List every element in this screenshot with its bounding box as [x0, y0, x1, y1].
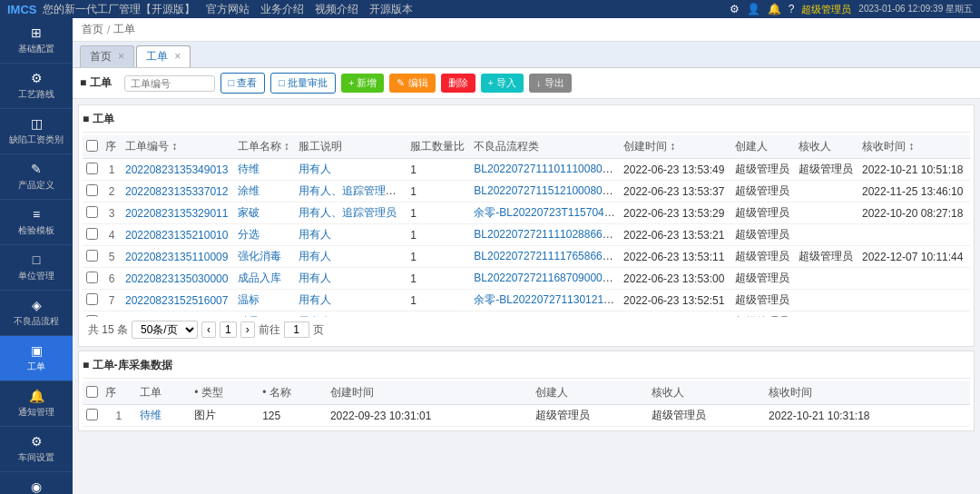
nav-intro[interactable]: 业务介绍: [260, 2, 304, 17]
library-table-scroll[interactable]: 序 工单 • 类型 • 名称 创建时间 创建人 核收人 核收时间: [83, 381, 970, 427]
row-checkbox[interactable]: [83, 224, 102, 246]
tab-workorder[interactable]: 工单 ×: [136, 45, 191, 67]
row-id[interactable]: 20220823135110009: [122, 246, 234, 268]
settings-icon[interactable]: ⚙: [730, 3, 740, 15]
col-created[interactable]: 创建时间 ↕: [620, 135, 731, 159]
list-item[interactable]: 1 待维 图片 125 2022-09-23 10:31:01 超级管理员 超级…: [83, 405, 970, 427]
row-checkbox[interactable]: [83, 268, 102, 290]
next-page-button[interactable]: ›: [240, 321, 255, 338]
sidebar-item-product-def[interactable]: ✎ 产品定义: [0, 154, 73, 200]
batch-approve-button[interactable]: □ 批量审批: [270, 73, 336, 94]
lib-col-checkbox[interactable]: [83, 381, 102, 405]
table-row[interactable]: 4 20220823135210010 分选 用有人 1 BL202207272…: [83, 224, 970, 246]
search-input[interactable]: [124, 75, 215, 92]
col-flow[interactable]: 不良品流程类: [470, 135, 620, 159]
export-button[interactable]: ↓ 导出: [529, 74, 572, 93]
help-icon[interactable]: ?: [789, 3, 795, 15]
row-flow[interactable]: BL20220727115121000804 | 零: [470, 181, 620, 203]
breadcrumb-sep: /: [107, 24, 110, 36]
col-name[interactable]: 工单名称 ↕: [234, 135, 295, 159]
edit-button[interactable]: ✎ 编辑: [389, 74, 435, 93]
row-name[interactable]: 强化消毒: [234, 246, 295, 268]
row-name[interactable]: 分选: [234, 224, 295, 246]
breadcrumb-home[interactable]: 首页: [82, 22, 103, 37]
bell-icon[interactable]: 🔔: [768, 3, 781, 15]
col-qty[interactable]: 服工数量比: [407, 135, 470, 159]
table-row[interactable]: 6 20220823135030000 成品入库 用有人 1 BL2022072…: [83, 268, 970, 290]
sidebar-item-inspection[interactable]: ≡ 检验模板: [0, 200, 73, 245]
lib-row-checkbox[interactable]: [83, 405, 102, 427]
sidebar-label-workorder: 工单: [27, 361, 45, 371]
import-button[interactable]: + 导入: [481, 74, 524, 93]
row-flow[interactable]: BL20220727211117658666 | 读购1: [470, 246, 620, 268]
row-id[interactable]: 20220823135210010: [122, 224, 234, 246]
row-id[interactable]: 20220823135337012: [122, 181, 234, 203]
lib-row-order[interactable]: 待维: [136, 405, 191, 427]
table-row[interactable]: 7 20220823152516007 温标 用有人 1 余零-BL202207…: [83, 290, 970, 311]
table-row[interactable]: 3 20220823135329011 家破 用有人、追踪管理员 1 余零-BL…: [83, 203, 970, 224]
sidebar-item-workorder[interactable]: ▣ 工单: [0, 336, 73, 381]
lib-select-all[interactable]: [86, 386, 98, 398]
col-id[interactable]: 工单编号 ↕: [122, 135, 234, 159]
row-name[interactable]: 温标: [234, 290, 295, 311]
row-checkbox[interactable]: [83, 159, 102, 181]
row-checkbox[interactable]: [83, 181, 102, 203]
sidebar-item-unit-mgmt[interactable]: □ 单位管理: [0, 245, 73, 291]
tab-home-close[interactable]: ×: [118, 50, 124, 63]
sidebar-item-defect-flow[interactable]: ◈ 不良品流程: [0, 291, 73, 336]
tab-home[interactable]: 首页 ×: [80, 45, 134, 67]
nav-video[interactable]: 视频介绍: [315, 2, 358, 17]
row-flow[interactable]: 2020200781472430001 | 气压不良: [470, 311, 620, 318]
row-name[interactable]: 家破: [234, 203, 295, 224]
add-button[interactable]: + 新增: [341, 74, 384, 93]
user-icon[interactable]: 👤: [747, 3, 760, 15]
topbar-right: ⚙ 👤 🔔 ? 超级管理员 2023-01-06 12:09:39 星期五: [730, 3, 973, 16]
per-page-select[interactable]: 50条/页: [132, 321, 198, 339]
row-name[interactable]: 待维: [234, 159, 295, 181]
prev-page-button[interactable]: ‹: [201, 321, 216, 338]
sidebar-item-process-route[interactable]: ⚙ 工艺路线: [0, 64, 73, 109]
row-checkbox[interactable]: [83, 203, 102, 224]
row-id[interactable]: 20220823152516007: [122, 290, 234, 311]
page-1-button[interactable]: 1: [220, 321, 237, 338]
library-section: ■ 工单-库采集数据 序 工单 • 类型 • 名称 创建时间 创建人: [78, 351, 975, 431]
nav-open[interactable]: 开源版本: [369, 2, 413, 17]
row-flow[interactable]: BL20220727211687090007 | 温质: [470, 268, 620, 290]
table-row[interactable]: 5 20220823135110009 强化消毒 用有人 1 BL2022072…: [83, 246, 970, 268]
row-id[interactable]: 20220823152390006: [122, 311, 234, 318]
row-recv-time: 2022-11-25 13:46:10: [858, 181, 970, 203]
view-button[interactable]: □ 查看: [220, 73, 266, 94]
select-all-checkbox[interactable]: [86, 140, 98, 152]
row-checkbox[interactable]: [83, 290, 102, 311]
tab-workorder-close[interactable]: ×: [174, 50, 181, 63]
goto-page-input[interactable]: [284, 321, 309, 338]
col-note[interactable]: 服工说明: [295, 135, 407, 159]
sidebar-label-basic-config: 基础配置: [18, 44, 54, 54]
col-recv-time[interactable]: 核收时间 ↕: [858, 135, 970, 159]
sidebar-item-defect[interactable]: ◫ 缺陷工资类别: [0, 109, 73, 154]
row-flow[interactable]: BL20220727111011100804 | 余零-A1...: [470, 159, 620, 181]
row-name[interactable]: 成品入库: [234, 268, 295, 290]
row-id[interactable]: 20220823135030000: [122, 268, 234, 290]
nav-official[interactable]: 官方网站: [206, 2, 250, 17]
row-flow[interactable]: 余零-BL20220723T115704X0864 | 余零...: [470, 203, 620, 224]
row-receiver: [795, 224, 858, 246]
sidebar-item-basic-config[interactable]: ⊞ 基础配置: [0, 18, 73, 64]
content-inner: ■ 工单 序 工单编号 ↕ 工单名称 ↕ 服工说明 服工数量比 不良品流程类: [73, 99, 980, 494]
row-created: 2022-06-23 13:53:00: [620, 268, 731, 290]
row-flow[interactable]: 余零-BL20220727113012116591 | 镜质...: [470, 290, 620, 311]
col-checkbox[interactable]: [83, 135, 102, 159]
row-id[interactable]: 20220823135349013: [122, 159, 234, 181]
sidebar-item-notification[interactable]: 🔔 通知管理: [0, 381, 73, 427]
delete-button[interactable]: 删除: [441, 74, 475, 93]
row-checkbox[interactable]: [83, 246, 102, 268]
workorder-table-scroll[interactable]: 序 工单编号 ↕ 工单名称 ↕ 服工说明 服工数量比 不良品流程类 创建时间 ↕…: [83, 135, 970, 317]
row-name[interactable]: 涂维: [234, 181, 295, 203]
sidebar-item-custom-table[interactable]: ◉ 自定义表格: [0, 472, 73, 494]
sidebar-item-workshop[interactable]: ⚙ 车间设置: [0, 427, 73, 472]
row-id[interactable]: 20220823135329011: [122, 203, 234, 224]
nav-factory[interactable]: 您的新一代工厂管理【开源版】: [43, 2, 195, 17]
row-flow[interactable]: BL20220727211110288665 | 死2: [470, 224, 620, 246]
table-row[interactable]: 1 20220823135349013 待维 用有人 1 BL202207271…: [83, 159, 970, 181]
table-row[interactable]: 2 20220823135337012 涂维 用有人、追踪管理员 test21 …: [83, 181, 970, 203]
